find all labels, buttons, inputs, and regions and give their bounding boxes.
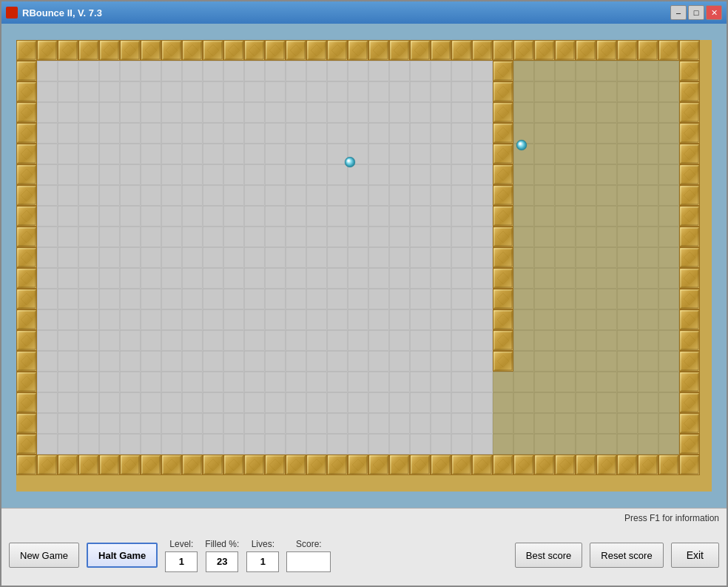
main-window: RBounce II, V. 7.3 – □ ✕ Press F1 fo — [0, 0, 728, 587]
exit-button[interactable]: Exit — [671, 543, 719, 568]
best-score-button[interactable]: Best score — [515, 543, 582, 568]
halt-game-button[interactable]: Halt Game — [87, 543, 158, 568]
score-label: Score: — [296, 539, 322, 549]
title-bar-left: RBounce II, V. 7.3 — [6, 7, 102, 19]
close-button[interactable]: ✕ — [706, 5, 722, 20]
game-area — [1, 24, 727, 508]
lives-label: Lives: — [252, 539, 274, 549]
minimize-button[interactable]: – — [670, 5, 687, 20]
level-stat: Level: 1 — [165, 539, 198, 572]
new-game-button[interactable]: New Game — [9, 543, 79, 568]
level-label: Level: — [169, 539, 193, 549]
controls-row: New Game Halt Game Level: 1 Filled %: 23… — [9, 529, 719, 581]
level-value: 1 — [165, 551, 198, 572]
filled-label: Filled %: — [205, 539, 239, 549]
press-f1-text: Press F1 for information — [624, 513, 719, 523]
app-icon — [6, 7, 18, 19]
score-value — [286, 551, 331, 572]
score-stat: Score: — [286, 539, 331, 572]
title-bar: RBounce II, V. 7.3 – □ ✕ — [1, 1, 727, 24]
lives-value: 1 — [246, 551, 279, 572]
filled-stat: Filled %: 23 — [205, 539, 239, 572]
maximize-button[interactable]: □ — [688, 5, 704, 20]
window-title: RBounce II, V. 7.3 — [22, 7, 102, 19]
lives-stat: Lives: 1 — [246, 539, 279, 572]
filled-value: 23 — [206, 551, 238, 572]
title-buttons: – □ ✕ — [670, 5, 722, 20]
bottom-panel: Press F1 for information New Game Halt G… — [1, 508, 727, 586]
game-board — [16, 40, 712, 492]
info-line: Press F1 for information — [9, 513, 719, 523]
reset-score-button[interactable]: Reset score — [590, 543, 663, 568]
